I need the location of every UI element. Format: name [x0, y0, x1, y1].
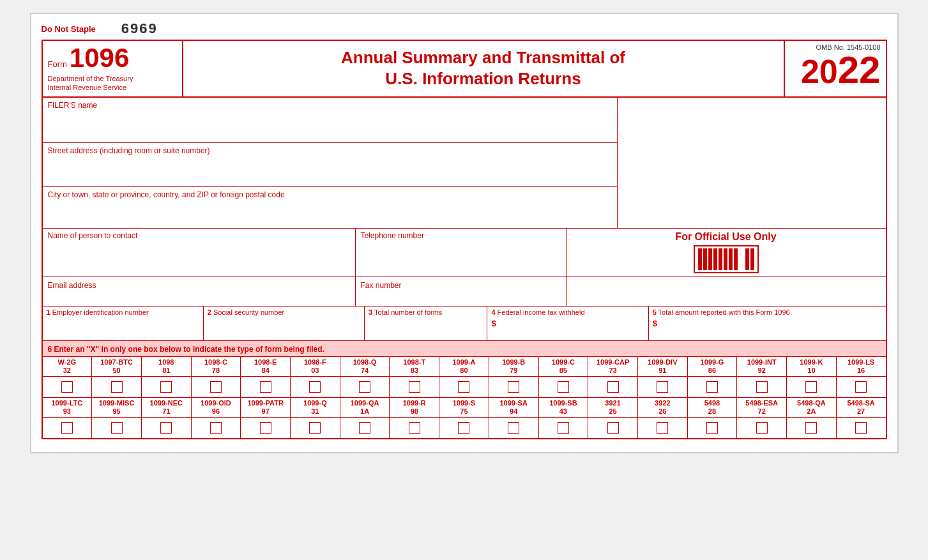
checkbox-box[interactable]	[160, 422, 172, 434]
checkbox-box[interactable]	[805, 422, 817, 434]
checkbox-box[interactable]	[61, 381, 73, 393]
checkbox-box[interactable]	[309, 381, 321, 393]
form-type-checkbox-5498[interactable]	[688, 418, 738, 438]
ssn-label: 2 Social security number	[208, 308, 360, 316]
form-type-checkbox-1099-qa[interactable]	[340, 418, 390, 438]
checkbox-box[interactable]	[756, 381, 768, 393]
ein-input[interactable]	[47, 316, 199, 338]
numbers-row: 1 Employer identification number 2 Socia…	[43, 306, 886, 341]
form-type-checkbox-1099-patr[interactable]	[241, 418, 291, 438]
form-type-checkbox-1099-k[interactable]	[787, 377, 837, 397]
checkbox-box[interactable]	[805, 381, 817, 393]
checkbox-box[interactable]	[260, 422, 271, 434]
dept-line1: Department of the Treasury	[48, 74, 177, 83]
official-use-block: For Official Use Only	[567, 229, 886, 276]
form-type-checkbox-1099-oid[interactable]	[192, 418, 241, 438]
form-type-label-1099-q: 1099-Q31	[291, 398, 340, 417]
form-type-label-1099-b: 1099-B79	[489, 357, 539, 376]
checkbox-box[interactable]	[657, 381, 668, 393]
form-type-checkbox-5498-esa[interactable]	[737, 418, 787, 438]
amount-input[interactable]	[653, 328, 882, 338]
filer-city-input-area[interactable]	[48, 200, 612, 218]
checkbox-box[interactable]	[160, 381, 172, 393]
barcode-bar	[713, 248, 717, 270]
form-type-checkbox-3922[interactable]	[638, 418, 688, 438]
barcode-bar	[719, 248, 722, 270]
form-type-checkbox-5498-qa[interactable]	[787, 418, 837, 438]
form-type-checkbox-3921[interactable]	[588, 418, 638, 438]
checkbox-box[interactable]	[607, 422, 619, 434]
checkbox-box[interactable]	[458, 381, 469, 393]
fax-input-area[interactable]	[361, 291, 561, 303]
checkbox-box[interactable]	[756, 422, 768, 434]
form-type-checkbox-1098-c[interactable]	[192, 377, 241, 397]
checkbox-box[interactable]	[706, 422, 718, 434]
form-type-checkbox-1099-sa[interactable]	[489, 418, 539, 438]
form-type-label-5498-sa: 5498-SA27	[837, 398, 886, 417]
checkbox-box[interactable]	[359, 422, 370, 434]
year-prefix: 20	[801, 53, 838, 90]
fax-label: Fax number	[361, 281, 402, 290]
form-type-checkbox-1099-ltc[interactable]	[43, 418, 93, 438]
form-type-checkbox-1099-misc[interactable]	[92, 418, 142, 438]
checkbox-box[interactable]	[706, 381, 718, 393]
form-type-checkbox-1098-e[interactable]	[241, 377, 291, 397]
form-type-checkbox-1099-sb[interactable]	[539, 418, 589, 438]
form-type-checkbox-1099-g[interactable]	[688, 377, 738, 397]
checkbox-box[interactable]	[210, 422, 222, 434]
form-type-label-1099-ls: 1099-LS16	[837, 357, 886, 376]
form-type-checkbox-1098-q[interactable]	[340, 377, 390, 397]
checkbox-box[interactable]	[508, 381, 519, 393]
form-type-checkbox-1097-btc[interactable]	[92, 377, 142, 397]
form-type-checkbox-1098-f[interactable]	[291, 377, 340, 397]
checkbox-box[interactable]	[260, 381, 271, 393]
form-barcode-number: 6969	[121, 20, 158, 37]
total-input[interactable]	[369, 316, 483, 338]
contact-input-area[interactable]	[48, 240, 350, 273]
form-type-checkbox-1099-cap[interactable]	[588, 377, 638, 397]
checkbox-box[interactable]	[855, 381, 867, 393]
barcode-gap	[739, 248, 744, 270]
checkbox-box[interactable]	[855, 422, 867, 434]
form-type-checkbox-1099-s[interactable]	[439, 418, 489, 438]
federal-input[interactable]	[491, 328, 644, 338]
checkbox-box[interactable]	[359, 381, 370, 393]
phone-input-area[interactable]	[361, 240, 561, 273]
email-input-area[interactable]	[48, 291, 350, 303]
checkbox-box[interactable]	[558, 422, 569, 434]
form-type-checkbox-1099-nec[interactable]	[142, 418, 192, 438]
form-type-label-5498: 549828	[688, 398, 738, 417]
checkbox-box[interactable]	[409, 422, 420, 434]
form-type-checkbox-1099-div[interactable]	[638, 377, 688, 397]
checkbox-box[interactable]	[210, 381, 222, 393]
form-type-checkbox-w-2g[interactable]	[43, 377, 93, 397]
dept-line2: Internal Revenue Service	[48, 83, 177, 92]
checkbox-box[interactable]	[558, 381, 569, 393]
checkbox-box[interactable]	[111, 381, 123, 393]
filer-street-input-area[interactable]	[48, 156, 612, 175]
main-title: Annual Summary and Transmittal of U.S. I…	[341, 47, 625, 91]
form-type-label-1099-div: 1099-DIV91	[638, 357, 688, 376]
checkbox-box[interactable]	[409, 381, 420, 393]
ssn-input[interactable]	[208, 316, 360, 338]
form-type-checkbox-1098[interactable]	[142, 377, 192, 397]
checkbox-box[interactable]	[508, 422, 519, 434]
checkbox-box[interactable]	[111, 422, 123, 434]
form-type-checkbox-1099-b[interactable]	[489, 377, 539, 397]
checkbox-box[interactable]	[61, 422, 73, 434]
form-type-checkbox-1099-c[interactable]	[539, 377, 589, 397]
do-not-staple-label: Do Not Staple	[42, 24, 96, 34]
form-type-checkbox-5498-sa[interactable]	[837, 418, 886, 438]
form-type-checkbox-1099-q[interactable]	[291, 418, 340, 438]
form-type-checkbox-1099-int[interactable]	[737, 377, 787, 397]
filer-name-input-area[interactable]	[48, 110, 612, 130]
form-type-checkbox-1099-a[interactable]	[439, 377, 489, 397]
checkbox-box[interactable]	[309, 422, 321, 434]
form-type-checkbox-1098-t[interactable]	[390, 377, 439, 397]
form-type-checkbox-1099-r[interactable]	[390, 418, 439, 438]
checkbox-box[interactable]	[657, 422, 668, 434]
form-type-labels-row2: 1099-LTC931099-MISC951099-NEC711099-OID9…	[43, 398, 886, 418]
checkbox-box[interactable]	[458, 422, 469, 434]
form-type-checkbox-1099-ls[interactable]	[837, 377, 886, 397]
checkbox-box[interactable]	[607, 381, 619, 393]
